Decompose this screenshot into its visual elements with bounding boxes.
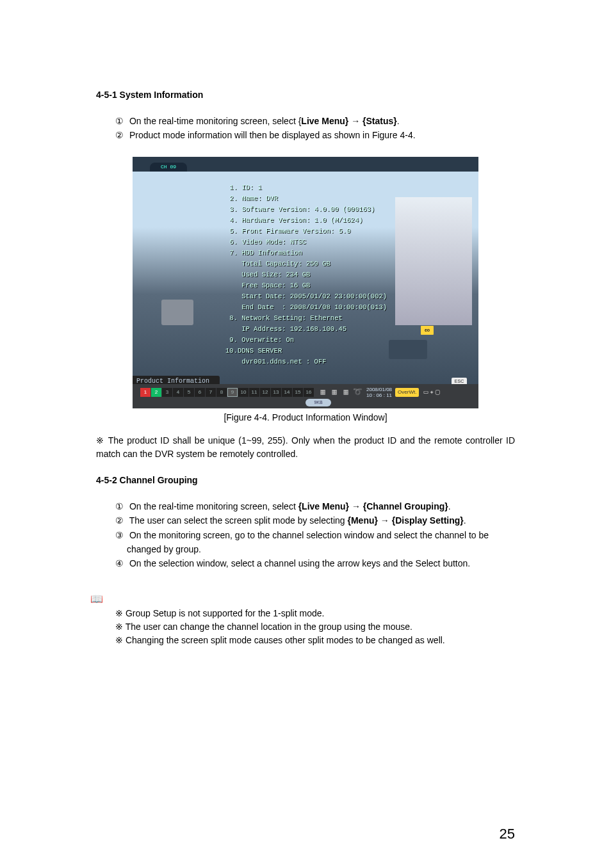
split-2x2-icon[interactable]: ▦: [318, 388, 327, 397]
s2-2-post: .: [464, 515, 466, 526]
circled-3b: ③: [115, 528, 127, 542]
section-4-5-1-heading: 4-5-1 System Information: [96, 90, 515, 100]
page-number: 25: [500, 826, 515, 842]
info-overlay-text: 1. ID: 1 2. Name: DVR 3. Software Versio…: [225, 182, 392, 367]
notes-block: 📖 ※ Group Setup is not supported for the…: [96, 591, 515, 647]
ch-15[interactable]: 15: [293, 388, 303, 397]
step2-2: ② The user can select the screen split m…: [115, 513, 515, 527]
eo-badge: eo: [421, 326, 434, 335]
ch-16[interactable]: 16: [304, 388, 314, 397]
ch-9[interactable]: 9: [227, 388, 238, 397]
bitrate-pill: 9KB: [306, 399, 331, 406]
ch-14[interactable]: 14: [282, 388, 292, 397]
ts-time: 10 : 06 : 11: [366, 392, 392, 398]
step-2: ② Product mode information will then be …: [115, 128, 515, 142]
ch-8[interactable]: 8: [216, 388, 227, 397]
section-4-5-1-steps: ① On the real-time monitoring screen, se…: [96, 114, 515, 143]
ch-11[interactable]: 11: [249, 388, 259, 397]
product-info-window: CH 09 1. ID: 1 2. Name: DVR 3. Software …: [133, 157, 478, 408]
s2-3-text: On the monitoring screen, go to the chan…: [127, 530, 489, 554]
step2-3: ③ On the monitoring screen, go to the ch…: [115, 528, 515, 557]
circled-2: ②: [115, 128, 127, 142]
circled-2b: ②: [115, 513, 127, 527]
s2-4-text: On the selection window, select a channe…: [129, 558, 470, 568]
note-b: ※ The user can change the channel locati…: [115, 620, 515, 634]
step-1-bold: Live Menu} → {Status}: [301, 116, 396, 126]
timestamp: 2008/01/08 10 : 06 : 11: [366, 387, 392, 398]
s2-1-bold: {Live Menu} → {Channel Grouping}: [298, 501, 448, 511]
step-1: ① On the real-time monitoring screen, se…: [115, 114, 515, 128]
step-2-text: Product mode information will then be di…: [129, 130, 416, 140]
circled-1: ①: [115, 114, 127, 128]
circled-4b: ④: [115, 556, 127, 570]
split-4x4-icon[interactable]: ▦: [341, 388, 350, 397]
section-4-5-2-heading: 4-5-2 Channel Grouping: [96, 475, 515, 485]
ch-10[interactable]: 10: [238, 388, 248, 397]
split-3x3-icon[interactable]: ▦: [330, 388, 339, 397]
figure-caption: [Figure 4-4. Product Information Window]: [96, 412, 515, 422]
book-icon: 📖: [90, 591, 104, 607]
step2-1: ① On the real-time monitoring screen, se…: [115, 499, 515, 513]
note-c: ※ Changing the screen split mode causes …: [115, 634, 515, 647]
s2-2-bold: {Menu} → {Display Setting}: [347, 515, 463, 526]
s2-1-post: .: [448, 501, 451, 511]
ch-7[interactable]: 7: [206, 388, 216, 397]
s2-2-pre: The user can select the screen split mod…: [129, 515, 348, 526]
ch-6[interactable]: 6: [195, 388, 205, 397]
ch-5[interactable]: 5: [184, 388, 194, 397]
ch-13[interactable]: 13: [271, 388, 281, 397]
unique-id-note: ※ The product ID shall be unique (1~99, …: [96, 434, 515, 461]
step2-4: ④ On the selection window, select a chan…: [115, 556, 515, 570]
ch-1[interactable]: 1: [140, 388, 151, 397]
channel-tab[interactable]: CH 09: [150, 163, 187, 172]
ch-12[interactable]: 12: [260, 388, 270, 397]
ts-date: 2008/01/08: [366, 387, 392, 392]
section-4-5-2-steps: ① On the real-time monitoring screen, se…: [96, 499, 515, 571]
overwrite-badge: OverWt.: [395, 388, 419, 397]
ch-4[interactable]: 4: [173, 388, 183, 397]
note-a: ※ Group Setup is not supported for the 1…: [115, 607, 515, 620]
circled-1b: ①: [115, 499, 127, 513]
status-icons: ▭✦▢: [423, 387, 441, 397]
split-icons: ▦ ▦ ▦ ➰: [318, 388, 362, 397]
s2-1-pre: On the real-time monitoring screen, sele…: [129, 501, 298, 511]
ch-3[interactable]: 3: [162, 388, 172, 397]
step-1-text-post: .: [397, 116, 400, 126]
step-1-text-pre: On the real-time monitoring screen, sele…: [129, 116, 301, 126]
cycle-icon[interactable]: ➰: [353, 388, 362, 397]
status-bar: 1 2 3 4 5 6 7 8 9 10 11 12 13 14 15 16: [133, 384, 478, 408]
ch-2[interactable]: 2: [151, 388, 161, 397]
